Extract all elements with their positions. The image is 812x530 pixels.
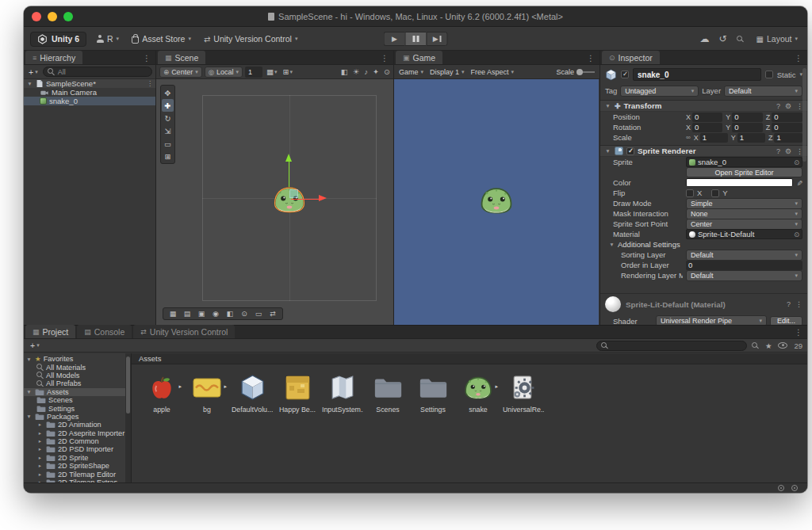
hidden-packages-icon[interactable] [778,342,787,349]
pause-button[interactable] [405,32,427,46]
help-icon[interactable]: ? [776,147,780,155]
scale-x-field[interactable]: 1 [700,133,728,143]
asset-universal-rp[interactable]: UniversalRe... [503,372,544,414]
more-icon[interactable]: ⋮ [795,300,802,308]
scale-tool-button[interactable]: ⇲ [162,124,174,137]
help-icon[interactable]: ? [776,102,780,110]
scale-slider-track[interactable] [577,71,595,73]
preset-icon[interactable]: ⚙ [785,147,791,155]
mask-interaction-dropdown[interactable]: None ▾ [686,208,802,219]
shader-edit-button[interactable]: Edit... [770,316,802,326]
favorite-all-prefabs[interactable]: All Prefabs [24,379,131,387]
scale-slider[interactable]: Scale [556,68,595,76]
package-row[interactable]: ▸2D Aseprite Importer [24,429,131,437]
favorites-section-row[interactable]: ▼ ★ Favorites [24,355,131,363]
aspect-dropdown[interactable]: Free Aspect ▾ [471,68,515,76]
unity-version-badge[interactable]: Unity 6 [30,32,86,47]
minimize-button[interactable] [48,12,57,21]
camera-settings-icon[interactable]: ⇄ [266,310,280,318]
panel-menu-icon[interactable]: ⋮ [582,54,599,64]
effects-toggle-icon[interactable]: ✦ [373,67,379,76]
version-control-button[interactable]: ⇄ Unity Version Control ▾ [201,32,301,45]
foldout-icon[interactable]: ▸ [36,471,44,478]
package-row[interactable]: ▸2D Common [24,437,131,445]
hierarchy-item-main-camera[interactable]: Main Camera [24,88,155,97]
display-dropdown[interactable]: Display 1 ▾ [430,68,465,76]
orientation-icon[interactable]: ◉ [209,310,223,318]
tab-console[interactable]: ▤ Console [77,325,132,338]
draw-mode-dropdown[interactable]: Simple ▾ [686,198,802,209]
maximize-button[interactable] [63,12,73,21]
foldout-icon[interactable]: ▼ [604,148,611,154]
rotate-tool-button[interactable]: ↻ [162,112,174,124]
transform-tool-button[interactable]: ⊞ [162,150,174,162]
snap-increment-button[interactable]: ⊞▾ [282,67,294,76]
scene-options-icon[interactable]: ⋮ [147,80,153,87]
move-tool-button[interactable]: ✚ [162,99,174,112]
sprite-renderer-header[interactable]: ▼ Sprite Renderer ? ⚙ ⋮ [600,145,807,157]
foldout-icon[interactable]: ▼ [25,414,33,419]
package-row[interactable]: ▸2D Tilemap Editor [24,470,131,478]
draw-mode-icon[interactable]: ◧ [223,310,237,318]
scene-row[interactable]: ▼ SampleScene* ⋮ [24,79,155,88]
hierarchy-search-input[interactable]: All [43,67,152,77]
pivot-dropdown[interactable]: ⊕ Center ▾ [159,67,202,78]
play-button[interactable]: ▶ [384,32,405,46]
package-row[interactable]: ▸2D Sprite [24,454,131,462]
project-search-input[interactable] [596,341,747,351]
zoom-icon[interactable]: ⊙ [237,310,251,318]
tab-hierarchy[interactable]: ≡ Hierarchy [25,51,82,64]
expand-icon[interactable]: ▸ [178,383,182,390]
search-icon[interactable] [737,36,744,43]
scale-y-field[interactable]: 1 [737,133,765,143]
rendering-layer-dropdown[interactable]: Default ▾ [686,270,802,281]
foldout-icon[interactable]: ▼ [25,389,33,395]
notification-icon[interactable] [778,485,784,491]
foldout-icon[interactable]: ▸ [36,421,44,428]
gizmo-x-axis[interactable] [291,199,320,200]
asset-settings-folder[interactable]: Settings [412,372,454,414]
asset-store-button[interactable]: Asset Store ▾ [128,32,194,45]
preset-icon[interactable]: ⚙ [785,102,791,110]
sort-point-dropdown[interactable]: Center ▾ [686,219,802,230]
scale-slider-knob[interactable] [576,69,583,75]
foldout-icon[interactable]: ▼ [26,81,33,86]
hierarchy-item-snake[interactable]: snake_0 [24,97,155,105]
settings-folder-row[interactable]: Settings [24,404,131,412]
shader-dropdown[interactable]: Universal Render Pipe ▾ [656,315,767,325]
foldout-icon[interactable]: ▸ [36,430,44,437]
foldout-icon[interactable]: ▸ [36,455,44,461]
visibility-toggle-icon[interactable]: ⊙ [384,67,390,76]
asset-input-system[interactable]: InputSystem... [322,372,363,414]
asset-snake[interactable]: ▸ snake [458,372,499,414]
tag-dropdown[interactable]: Untagged ▾ [620,86,699,97]
account-button[interactable]: R ▾ [93,32,122,45]
object-name-field[interactable]: snake_0 [633,68,761,81]
lighting-toggle-icon[interactable]: ☀ [353,67,360,76]
constrain-proportions-icon[interactable]: ∞ [686,134,691,141]
asset-bg[interactable]: ▸ bg [186,372,228,414]
open-sprite-editor-button[interactable]: Open Sprite Editor [686,167,802,177]
grid-opacity-icon[interactable]: ▣ [194,310,209,318]
rect-tool-button[interactable]: ▭ [162,137,174,150]
tree-scrollbar[interactable] [125,353,131,482]
foldout-icon[interactable]: ▸ [36,446,44,452]
create-object-button[interactable]: + ▾ [27,67,40,77]
game-mode-dropdown[interactable]: Game ▾ [399,68,423,76]
search-filter-icon[interactable] [752,342,759,349]
material-preview-header[interactable]: Sprite-Lit-Default (Material) ? ⋮ [600,294,807,315]
favorite-search-icon[interactable]: ★ [765,341,772,350]
foldout-icon[interactable]: ▸ [36,438,44,444]
transform-component-header[interactable]: ▼ ✚ Transform ? ⚙ ⋮ [600,100,807,112]
scene-viewport[interactable]: ✥ ✚ ↻ ⇲ ▭ ⊞ [156,79,393,325]
rotation-y-field[interactable]: 0 [732,123,762,132]
layer-dropdown[interactable]: Default ▾ [724,86,802,97]
panel-menu-icon[interactable]: ⋮ [138,54,155,64]
sprite-object-field[interactable]: snake_0 ⊙ [686,157,802,167]
foldout-icon[interactable]: ▸ [36,463,44,469]
close-button[interactable] [32,12,41,21]
panel-menu-icon[interactable]: ⋮ [790,54,807,64]
snake-sprite-scene[interactable] [272,185,307,214]
history-icon[interactable]: ↺ [718,33,726,44]
audio-toggle-icon[interactable]: ♪ [364,67,368,76]
